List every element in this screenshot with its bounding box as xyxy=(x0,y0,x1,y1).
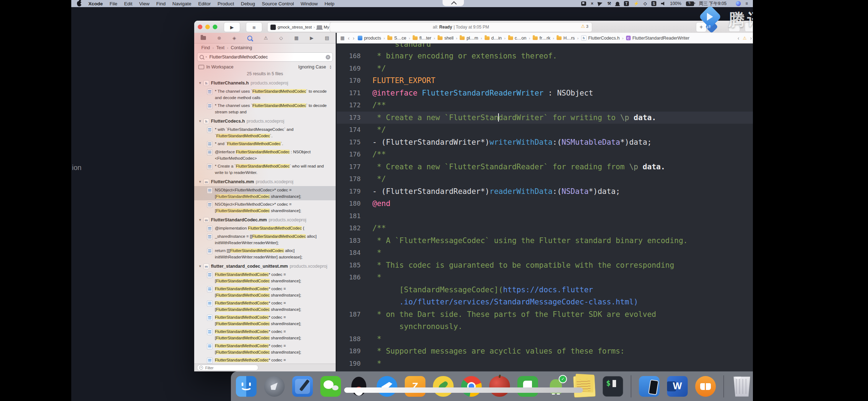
breadcrumb-item[interactable]: c…on xyxy=(508,36,527,41)
volume-icon[interactable] xyxy=(661,2,665,6)
code-line[interactable]: 174 */ xyxy=(337,124,753,136)
display-icon[interactable] xyxy=(581,1,586,6)
breadcrumb-item[interactable]: S…ce xyxy=(387,36,406,41)
siri-icon[interactable] xyxy=(736,1,741,6)
search-input[interactable] xyxy=(209,54,324,60)
find-result-row[interactable]: * with `FlutterStandardMessageCodec` and… xyxy=(194,125,336,140)
zoom-button[interactable] xyxy=(213,25,217,29)
word-dock-icon[interactable] xyxy=(667,376,688,397)
menu-file[interactable]: File xyxy=(110,1,118,6)
menu-edit[interactable]: Edit xyxy=(124,1,132,6)
disclosure-triangle-icon[interactable]: ▼ xyxy=(198,218,202,222)
code-line[interactable]: 182/** xyxy=(337,222,753,235)
symbol-navigator-icon[interactable]: ◈ xyxy=(233,35,236,41)
find-result-row[interactable]: NSObject<FlutterMethodCodec>* codec = [F… xyxy=(194,200,336,215)
file-group-header[interactable]: ▼hFlutterCodecs.hproducts.xcodeproj xyxy=(194,117,336,125)
video-progress-bar[interactable] xyxy=(344,387,583,393)
code-line[interactable]: 188 * xyxy=(337,333,753,345)
battery-percent-label[interactable]: 100% xyxy=(670,1,681,6)
library-add-button[interactable]: + xyxy=(696,22,707,32)
xcode-dock-icon[interactable] xyxy=(292,376,313,397)
menu-view[interactable]: View xyxy=(139,1,150,6)
find-result-row[interactable]: FlutterStandardMethodCodec* codec = [Flu… xyxy=(194,285,336,299)
find-result-row[interactable]: * The channel uses `FlutterStandardMetho… xyxy=(194,102,336,116)
code-line[interactable]: 176/** xyxy=(337,148,753,161)
disclosure-triangle-icon[interactable]: ▼ xyxy=(198,81,202,85)
bell-icon[interactable] xyxy=(616,2,619,5)
breadcrumb-item[interactable]: hFlutterCodecs.h xyxy=(581,35,620,41)
red-apple-app-dock-icon[interactable] xyxy=(489,376,510,397)
back-icon[interactable]: ‹ xyxy=(348,35,350,41)
menu-editor[interactable]: Editor xyxy=(198,1,211,6)
close-button[interactable] xyxy=(198,25,202,29)
stickies-dock-icon[interactable] xyxy=(573,375,595,397)
previous-issue-icon[interactable]: ‹ xyxy=(738,35,739,41)
code-line[interactable]: standard xyxy=(337,43,753,50)
breakpoint-navigator-icon[interactable]: ▶ xyxy=(310,35,314,41)
run-button[interactable]: ▶ xyxy=(224,22,240,32)
find-result-row[interactable]: FlutterStandardMethodCodec* codec = [Flu… xyxy=(194,356,336,364)
related-items-icon[interactable]: ▦ xyxy=(340,35,345,41)
code-line[interactable]: 186 * xyxy=(337,271,753,284)
breadcrumb-item[interactable]: fr…rk xyxy=(533,36,551,41)
menu-xcode[interactable]: Xcode xyxy=(88,1,103,6)
breadcrumb-item[interactable]: pl…m xyxy=(460,36,478,41)
code-line[interactable]: 168 * binary encoding or extensions ther… xyxy=(337,50,753,62)
paperplane-icon[interactable] xyxy=(598,1,603,6)
terminal-dock-icon[interactable] xyxy=(603,376,623,397)
books-dock-icon[interactable] xyxy=(695,376,716,397)
code-line[interactable]: 178 */ xyxy=(337,173,753,185)
s-app-icon[interactable]: S xyxy=(651,1,656,6)
menu-navigate[interactable]: Navigate xyxy=(172,1,191,6)
warning-badge[interactable]: ⚠ 3 xyxy=(581,24,588,29)
code-line[interactable]: 172/** xyxy=(337,99,753,112)
stop-button[interactable]: ■ xyxy=(246,22,262,32)
find-result-row[interactable]: @implementation FlutterStandardMethodCod… xyxy=(194,224,336,232)
find-result-row[interactable]: FlutterStandardMethodCodec* codec = [Flu… xyxy=(194,299,336,313)
disclosure-triangle-icon[interactable]: ▼ xyxy=(198,264,202,268)
simulator-dock-icon[interactable] xyxy=(639,376,660,397)
wechat-dock-icon[interactable] xyxy=(320,376,341,397)
disclosure-triangle-icon[interactable]: ▼ xyxy=(198,180,202,184)
code-line[interactable]: .io/flutter/services/StandardMessageCode… xyxy=(337,296,753,308)
dingtalk-dock-icon[interactable] xyxy=(377,376,397,397)
filter-input[interactable] xyxy=(205,365,242,370)
clock-label[interactable]: 周三 下午9:05 xyxy=(699,1,727,7)
panel-toggle-button[interactable] xyxy=(745,22,753,32)
code-line[interactable]: synchronously. xyxy=(337,320,753,333)
clear-search-icon[interactable]: × xyxy=(326,55,330,60)
breadcrumb-item[interactable]: shell xyxy=(438,36,454,41)
editor-mode-button[interactable] xyxy=(729,22,740,32)
code-line[interactable]: 175- (FlutterStandardWriter*)writerWithD… xyxy=(337,136,753,149)
find-result-row[interactable]: * and `FlutterStandardMethodCodec`. xyxy=(194,140,336,148)
issue-navigator-icon[interactable]: ⚠ xyxy=(264,35,268,41)
code-line[interactable]: 169 */ xyxy=(337,62,753,75)
scope-find[interactable]: Find xyxy=(201,45,210,50)
menu-list-icon[interactable]: ≡ xyxy=(745,1,748,6)
leaf-app-dock-icon[interactable] xyxy=(433,376,454,397)
file-group-header[interactable]: ▼mFlutterChannels.mmproducts.xcodeproj xyxy=(194,178,336,186)
find-result-row[interactable]: _sharedInstance = [[FlutterStandardMetho… xyxy=(194,232,336,247)
qq-dock-icon[interactable] xyxy=(348,376,369,397)
search-options-chevron-icon[interactable]: ▾ xyxy=(206,56,207,58)
file-group-header[interactable]: ▼mFlutterStandardCodec.mmproducts.xcodep… xyxy=(194,216,336,224)
file-group-header[interactable]: ▼hFlutterChannels.hproducts.xcodeproj xyxy=(194,79,336,87)
minimize-button[interactable] xyxy=(205,25,210,29)
find-result-row[interactable]: return [[[FlutterStandardMethodCodec all… xyxy=(194,247,336,261)
code-line[interactable]: [StandardMessageCodec](https://docs.flut… xyxy=(337,284,753,296)
source-control-navigator-icon[interactable]: ⊗ xyxy=(217,35,221,41)
find-result-row[interactable]: FlutterStandardMethodCodec* codec = [Flu… xyxy=(194,271,336,285)
menu-source-control[interactable]: Source Control xyxy=(262,1,294,6)
menu-help[interactable]: Help xyxy=(325,1,335,6)
battery-icon[interactable] xyxy=(686,1,694,6)
workspace-scope-label[interactable]: In Workspace xyxy=(206,65,233,70)
scope-text[interactable]: Text xyxy=(216,45,224,50)
breadcrumb-item[interactable]: d…in xyxy=(485,36,502,41)
menu-debug[interactable]: Debug xyxy=(241,1,255,6)
find-result-row[interactable]: FlutterStandardMethodCodec* codec = [Flu… xyxy=(194,342,336,356)
menu-find[interactable]: Find xyxy=(156,1,166,6)
breadcrumb-item[interactable]: H…rs xyxy=(557,36,575,41)
code-line[interactable]: 183 * A `FlutterMessageCodec` using the … xyxy=(337,235,753,247)
code-line[interactable]: 187 * on the Dart side. These parts of t… xyxy=(337,308,753,321)
find-result-row[interactable]: @interface FlutterStandardMethodCodec : … xyxy=(194,148,336,162)
